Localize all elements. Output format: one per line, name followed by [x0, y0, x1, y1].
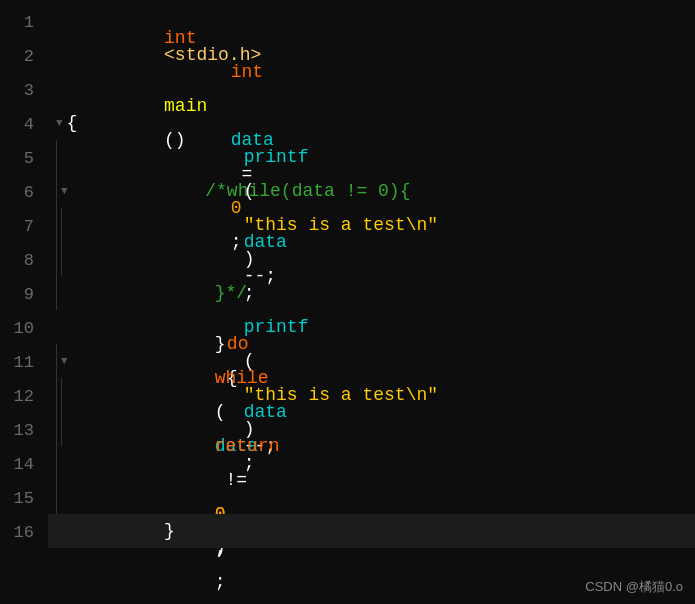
- line-num-6: 6: [0, 176, 34, 210]
- line-num-3: 3: [0, 74, 34, 108]
- data-decrement-8: data: [244, 232, 287, 252]
- int-keyword-data: int: [231, 62, 263, 82]
- line-num-8: 8: [0, 244, 34, 278]
- line-num-2: 2: [0, 40, 34, 74]
- printf-call-7: printf: [244, 147, 309, 167]
- line-num-10: 10: [0, 312, 34, 346]
- while-keyword: while: [215, 368, 269, 388]
- code-line-16: }: [48, 514, 695, 548]
- line-num-14: 14: [0, 448, 34, 482]
- return-keyword: return: [215, 436, 280, 456]
- line-num-5: 5: [0, 142, 34, 176]
- line-num-11: 11: [0, 346, 34, 380]
- line-num-1: 1: [0, 6, 34, 40]
- code-content: #include <stdio.h> int main (): [44, 4, 695, 600]
- code-area: 1 2 3 4 5 6 7 8 9 10 11 12 13 14 15 16 #…: [0, 0, 695, 604]
- line-num-9: 9: [0, 278, 34, 312]
- line-num-15: 15: [0, 482, 34, 516]
- watermark: CSDN @橘猫0.o: [585, 578, 683, 596]
- line-num-16: 16: [0, 516, 34, 550]
- code-editor: 1 2 3 4 5 6 7 8 9 10 11 12 13 14 15 16 #…: [0, 0, 695, 604]
- line-num-4: 4: [0, 108, 34, 142]
- line-numbers: 1 2 3 4 5 6 7 8 9 10 11 12 13 14 15 16: [0, 4, 44, 600]
- line-num-12: 12: [0, 380, 34, 414]
- line-num-13: 13: [0, 414, 34, 448]
- line-num-7: 7: [0, 210, 34, 244]
